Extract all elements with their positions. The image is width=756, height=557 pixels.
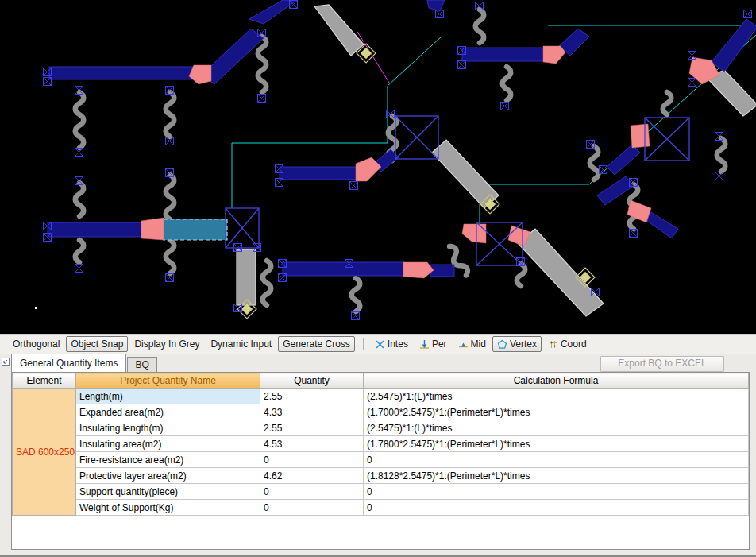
- table-row[interactable]: Weight of Support(Kg) 0 0: [13, 500, 749, 516]
- panel-tabs: General Quantity Items BQ: [11, 356, 157, 372]
- snap-coordinate-label: Coord: [561, 338, 587, 350]
- object-snap-label: Object Snap: [71, 338, 123, 350]
- quantity-cell: 4.53: [260, 436, 364, 452]
- snap-perpendicular-button[interactable]: Per: [415, 336, 452, 352]
- dynamic-input-label: Dynamic Input: [210, 338, 272, 350]
- quantity-name-cell: Length(m): [76, 389, 260, 404]
- snap-intersection-button[interactable]: Intes: [370, 336, 413, 352]
- table-header-row: Element Project Quantity Name Quantity C…: [13, 373, 749, 389]
- object-snap-button[interactable]: Object Snap: [66, 336, 128, 352]
- display-in-grey-label: Display In Grey: [134, 338, 199, 350]
- quantity-name-cell: Protective layer area(m2): [76, 468, 260, 484]
- tab-general-quantity-items[interactable]: General Quantity Items: [11, 354, 126, 372]
- midpoint-snap-icon: [458, 339, 469, 350]
- header-element: Element: [13, 373, 76, 389]
- terminal-box[interactable]: [226, 208, 259, 248]
- snap-perpendicular-label: Per: [432, 338, 447, 350]
- status-toolbar: Orthogonal Object Snap Display In Grey D…: [0, 334, 756, 354]
- table-row[interactable]: Expanded area(m2) 4.33 (1.7000*2.5475)*1…: [13, 404, 749, 420]
- generate-cross-button[interactable]: Generate Cross: [278, 336, 355, 352]
- export-bq-to-excel-button[interactable]: Export BQ to EXCEL: [600, 356, 724, 372]
- intersection-snap-icon: [375, 339, 385, 350]
- generate-cross-label: Generate Cross: [283, 338, 350, 350]
- orthogonal-label: Orthogonal: [13, 338, 60, 350]
- table-row[interactable]: Fire-resistance area(m2) 0 0: [13, 452, 749, 468]
- formula-cell: 0: [364, 452, 749, 468]
- table-row[interactable]: Insulating length(m) 2.55 (2.5475)*1:(L)…: [13, 420, 749, 436]
- quantity-table-container: Element Project Quantity Name Quantity C…: [11, 372, 750, 550]
- terminal-box[interactable]: [476, 222, 523, 265]
- formula-cell: (1.7000*2.5475)*1:(Perimeter*L)*times: [364, 404, 749, 420]
- table-row[interactable]: Protective layer area(m2) 4.62 (1.8128*2…: [13, 468, 749, 484]
- quantity-cell: 0: [260, 452, 364, 468]
- quantity-cell: 4.62: [260, 468, 364, 484]
- vertex-snap-icon: [497, 339, 507, 350]
- table-row[interactable]: Insulating area(m2) 4.53 (1.7800*2.5475)…: [13, 436, 749, 452]
- selected-duct[interactable]: [164, 219, 227, 240]
- quantity-name-cell: Support quantity(piece): [76, 484, 260, 500]
- formula-cell: (1.8128*2.5475)*1:(Perimeter*L)*times: [364, 468, 749, 484]
- coordinate-snap-icon: [548, 339, 558, 350]
- snap-vertex-label: Vertex: [510, 338, 537, 350]
- formula-cell: (2.5475)*1:(L)*times: [364, 389, 749, 404]
- terminal-box[interactable]: [395, 116, 438, 159]
- magenta-guide-line: [357, 32, 389, 83]
- terminal-box[interactable]: [645, 118, 689, 161]
- cursor-dot: [35, 307, 37, 309]
- header-project-quantity-name: Project Quantity Name: [76, 373, 260, 389]
- snap-coordinate-button[interactable]: Coord: [543, 336, 592, 352]
- quantity-name-cell: Weight of Support(Kg): [76, 500, 260, 516]
- application-window: Orthogonal Object Snap Display In Grey D…: [0, 0, 756, 557]
- table-row[interactable]: Support quantity(piece) 0 0: [13, 484, 749, 500]
- header-calculation-formula: Calculation Formula: [364, 373, 749, 389]
- display-in-grey-button[interactable]: Display In Grey: [129, 336, 204, 352]
- quantity-cell: 4.33: [260, 404, 364, 420]
- quantity-cell: 2.55: [260, 389, 364, 404]
- cad-drawing[interactable]: [0, 0, 756, 334]
- snap-midpoint-button[interactable]: Mid: [453, 336, 491, 352]
- duct-fittings[interactable]: [141, 46, 719, 278]
- quantity-name-cell: Expanded area(m2): [76, 404, 260, 420]
- perpendicular-snap-icon: [419, 339, 430, 350]
- snap-vertex-button[interactable]: Vertex: [492, 336, 542, 352]
- quantity-name-cell: Insulating length(m): [76, 420, 260, 436]
- quantity-name-cell: Fire-resistance area(m2): [76, 452, 260, 468]
- formula-cell: (2.5475)*1:(L)*times: [364, 420, 749, 436]
- formula-cell: 0: [364, 500, 749, 516]
- snap-midpoint-label: Mid: [471, 338, 486, 350]
- header-quantity: Quantity: [260, 373, 364, 389]
- tab-bq[interactable]: BQ: [127, 357, 156, 372]
- orthogonal-button[interactable]: Orthogonal: [8, 336, 64, 352]
- cad-canvas[interactable]: [0, 0, 756, 334]
- snap-intersection-label: Intes: [388, 338, 408, 350]
- collapse-panel-icon[interactable]: [2, 358, 10, 366]
- dynamic-input-button[interactable]: Dynamic Input: [206, 336, 276, 352]
- quantity-name-cell: Insulating area(m2): [76, 436, 260, 452]
- quantity-cell: 0: [260, 484, 364, 500]
- formula-cell: 0: [364, 484, 749, 500]
- quantity-cell: 2.55: [260, 420, 364, 436]
- quantity-table: Element Project Quantity Name Quantity C…: [12, 373, 749, 516]
- table-row[interactable]: SAD 600x250 Length(m) 2.55 (2.5475)*1:(L…: [13, 389, 749, 404]
- formula-cell: (1.7800*2.5475)*1:(Perimeter*L)*times: [364, 436, 749, 452]
- quantity-cell: 0: [260, 500, 364, 516]
- toolbar-separator: [363, 338, 364, 350]
- element-cell: SAD 600x250: [13, 389, 76, 516]
- quantity-panel: General Quantity Items BQ Export BQ to E…: [0, 354, 756, 557]
